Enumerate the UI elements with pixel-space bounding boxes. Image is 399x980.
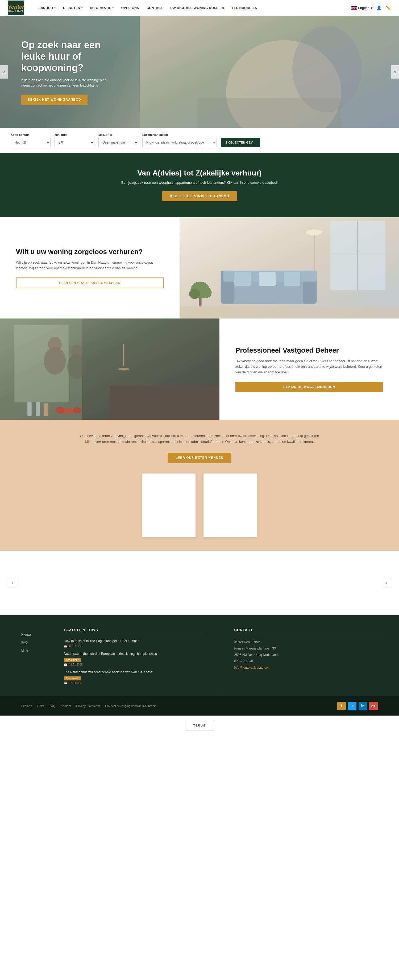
rental-text: Wij zijn op zoek naar leuke en nette won…	[16, 260, 163, 271]
team-card-2	[204, 474, 257, 538]
googleplus-icon[interactable]: g+	[369, 702, 378, 710]
max-label: Max. prijs	[98, 133, 138, 136]
nav-testimonials[interactable]: TESTIMONIALS	[228, 0, 261, 16]
svg-point-33	[48, 337, 62, 352]
testimonial-content	[21, 567, 378, 599]
svg-point-37	[64, 408, 73, 414]
search-button[interactable]: 2 OBJECTEN GEV...	[221, 138, 260, 147]
location-group: Locatie van object Provincie, plaats, wi…	[142, 133, 217, 147]
max-price-group: Max. prijs Geen maximum	[98, 133, 138, 147]
news-badge-3[interactable]: Lees meer	[64, 676, 81, 680]
rental-cta-button[interactable]: PLAN EEN GRATIS ADVIES GESPREK	[16, 277, 163, 288]
team-section: Ons bevlogen team van vastgoedexperts st…	[0, 420, 399, 551]
hero-illustration	[140, 16, 399, 128]
nav-informatie[interactable]: INFORMATIE ▾	[86, 0, 117, 16]
rental-image	[179, 217, 399, 318]
type-select[interactable]: Huur [2]	[11, 138, 51, 147]
hero-section: Op zoek naar een leuke huur of koopwonin…	[0, 16, 399, 128]
footer-link-privacy[interactable]: Privacy Statement	[76, 704, 100, 708]
cta-button[interactable]: BEKIJK HET COMPLETE AANBOD	[162, 191, 237, 201]
rental-content: Wilt u uw woning zorgeloos verhuren? Wij…	[0, 217, 179, 318]
footer-phone: 070-2211698	[234, 658, 378, 664]
min-select[interactable]: € 0	[55, 138, 94, 147]
hero-image	[140, 16, 399, 128]
language-switcher[interactable]: 🇬🇧 English ▾	[352, 6, 372, 10]
news-date-2: 11.01.2019	[69, 663, 82, 666]
svg-rect-8	[330, 253, 385, 253]
max-select[interactable]: Geen maximum	[98, 138, 138, 147]
footer-link-protocol[interactable]: Protocol beveiliging kandidaat-huurders	[105, 704, 157, 708]
hero-content: Op zoek naar een leuke huur of koopwonin…	[0, 29, 133, 116]
carousel-next-button[interactable]: ›	[391, 65, 399, 78]
min-label: Min. prijs	[55, 133, 94, 136]
cta-subtitle: Ben je opzoek naar een woonhuis, apparte…	[11, 181, 388, 185]
news-date-icon-1: 📅	[64, 645, 67, 648]
type-group: Koop of huur Huur [2]	[11, 133, 51, 147]
svg-rect-9	[314, 232, 315, 276]
min-price-group: Min. prijs € 0	[55, 133, 94, 147]
footer-nieuws-link[interactable]: Nieuws	[21, 631, 53, 639]
cta-section: Van A(dvies) tot Z(akelijke verhuur) Ben…	[0, 153, 399, 217]
footer-bottom-links: Sitemap Links FAQ Contact Privacy Statem…	[21, 704, 157, 708]
news-badge-2[interactable]: Lees meer	[64, 658, 81, 662]
svg-rect-15	[234, 272, 251, 286]
footer-divider	[221, 628, 221, 688]
footer-link-faq[interactable]: FAQ	[49, 704, 55, 708]
logo-sub: REAL ESTATE	[8, 10, 24, 12]
news-title-2: Dutch sweep the board at European sprint…	[64, 652, 207, 656]
footer-links-link[interactable]: Links	[21, 647, 53, 655]
location-select[interactable]: Provincie, plaats, wijk, straat of postc…	[142, 138, 217, 147]
property-image	[0, 318, 220, 420]
search-bar: Koop of huur Huur [2] Min. prijs € 0 Max…	[0, 128, 399, 153]
footer-left-nav: Nieuws FAQ Links	[21, 628, 53, 688]
testimonial-prev-button[interactable]: ‹	[8, 578, 17, 587]
news-date-icon-3: 📅	[64, 681, 67, 684]
nav-over-ons[interactable]: OVER ONS	[117, 0, 143, 16]
news-item-1: How to register in The Hague and get a B…	[64, 639, 207, 648]
hero-cta-button[interactable]: BEKIJK HET WONINGAANBOD	[21, 94, 87, 105]
svg-point-28	[118, 368, 129, 371]
footer-link-contact[interactable]: Contact	[61, 704, 71, 708]
nav-contact[interactable]: CONTACT	[143, 0, 166, 16]
edit-icon[interactable]: ✏️	[386, 5, 391, 10]
svg-point-21	[189, 289, 200, 299]
news-date-1: 02.07.2019	[69, 645, 82, 648]
property-cta-button[interactable]: BEKIJK DE MOGELIJKHEDEN	[236, 382, 383, 392]
footer-link-links[interactable]: Links	[37, 704, 44, 708]
footer-email[interactable]: info@jenterealestate.com	[234, 664, 378, 671]
svg-rect-27	[124, 344, 124, 366]
rental-title: Wilt u uw woning zorgeloos verhuren?	[16, 248, 163, 256]
footer-news-col: LAATSTE NIEUWS How to register in The Ha…	[64, 628, 207, 688]
logo-text: Yenter	[8, 4, 24, 10]
news-date-3: 15.04.2019	[69, 681, 82, 684]
twitter-icon[interactable]: t	[348, 702, 356, 710]
nav-diensten[interactable]: DIENSTEN ▾	[59, 0, 86, 16]
footer-contact-col: CONTACT Jenter Real Estate Prinses Margr…	[234, 628, 378, 688]
social-icons: f t in g+	[337, 702, 378, 710]
footer-address2: 2595 AM Den Haag Nederland	[234, 652, 378, 658]
footer-bottom: Sitemap Links FAQ Contact Privacy Statem…	[0, 696, 399, 716]
nav-aanbod[interactable]: AANBOD ▾	[35, 0, 59, 16]
flag-icon: 🇬🇧	[352, 6, 357, 10]
footer-company: Jenter Real Estate	[234, 639, 378, 645]
team-cta-button[interactable]: LEER ONS BETER KENNEN	[168, 453, 231, 463]
footer-link-sitemap[interactable]: Sitemap	[21, 704, 32, 708]
carousel-prev-button[interactable]: ‹	[0, 65, 8, 78]
linkedin-icon[interactable]: in	[359, 702, 367, 710]
cta-title: Van A(dvies) tot Z(akelijke verhuur)	[11, 169, 388, 177]
svg-rect-18	[179, 306, 399, 318]
kitchen-illustration	[0, 318, 220, 420]
testimonial-next-button[interactable]: ›	[382, 578, 391, 587]
terug-button[interactable]: TERUG	[185, 721, 214, 730]
property-title: Professioneel Vastgoed Beheer	[236, 346, 383, 355]
chevron-down-icon: ▾	[54, 7, 56, 9]
nav-dossier[interactable]: UW DIGITALE WONING DOSSIER	[166, 0, 228, 16]
navbar: Yenter REAL ESTATE AANBOD ▾ DIENSTEN ▾ I…	[0, 0, 399, 16]
footer-faq-link[interactable]: FAQ	[21, 639, 53, 647]
chevron-down-icon: ▾	[81, 7, 83, 9]
chevron-down-icon: ▾	[112, 7, 114, 9]
logo[interactable]: Yenter REAL ESTATE	[8, 0, 24, 15]
logo-box: Yenter REAL ESTATE	[8, 0, 24, 15]
user-icon[interactable]: 👤	[376, 5, 382, 10]
facebook-icon[interactable]: f	[337, 702, 346, 710]
